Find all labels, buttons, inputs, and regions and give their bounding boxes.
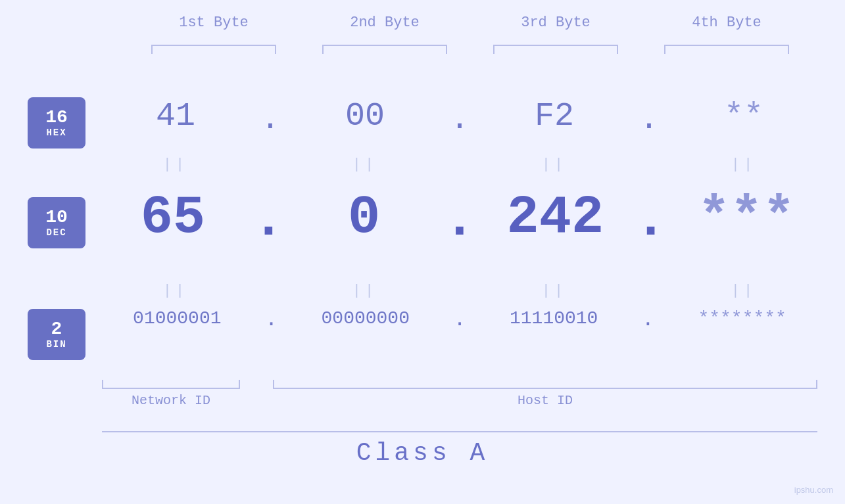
main-layout: 1st Byte 2nd Byte 3rd Byte 4th Byte 16 H… xyxy=(0,0,845,504)
dec-b3: 242 xyxy=(493,187,617,248)
bin-b2: 00000000 xyxy=(303,308,428,329)
bracket-bottom-network xyxy=(102,380,240,389)
equals-row-2: || || || || xyxy=(102,283,817,299)
host-id-label: Host ID xyxy=(273,393,817,408)
bracket-top-4 xyxy=(664,45,789,54)
eq1-b4: || xyxy=(681,156,806,173)
hex-dot-2: . xyxy=(450,101,470,138)
badge-hex: 16 HEX xyxy=(28,97,85,149)
equals-row-1: || || || || xyxy=(102,156,817,173)
class-line xyxy=(102,431,817,432)
badge-hex-label: HEX xyxy=(46,127,66,138)
dec-b4: *** xyxy=(684,187,809,248)
eq2-b1: || xyxy=(113,283,238,299)
col-header-2: 2nd Byte xyxy=(316,14,454,31)
eq1-b2: || xyxy=(302,156,427,173)
col-header-4: 4th Byte xyxy=(658,14,796,31)
hex-dot-3: . xyxy=(639,101,659,138)
dec-dot-2: . xyxy=(443,190,475,251)
eq2-b2: || xyxy=(302,283,427,299)
badge-dec: 10 DEC xyxy=(28,197,85,248)
badge-dec-number: 10 xyxy=(45,208,68,228)
bin-dot-2: . xyxy=(453,308,466,332)
hex-b1: 41 xyxy=(113,97,238,135)
col-header-1: 1st Byte xyxy=(145,14,283,31)
watermark: ipshu.com xyxy=(794,485,833,495)
dec-dot-3: . xyxy=(635,190,667,251)
bin-b4: ******** xyxy=(680,308,805,329)
class-label: Class A xyxy=(0,439,845,467)
id-labels: Network ID Host ID xyxy=(102,393,817,408)
badge-dec-label: DEC xyxy=(46,227,66,238)
col-header-3: 3rd Byte xyxy=(487,14,625,31)
bottom-brackets xyxy=(102,380,817,389)
eq1-b3: || xyxy=(492,156,617,173)
column-headers: 1st Byte 2nd Byte 3rd Byte 4th Byte xyxy=(128,14,812,31)
bin-b3: 11110010 xyxy=(491,308,616,329)
bin-dot-1: . xyxy=(265,308,278,332)
hex-row: 41 . 00 . F2 . ** xyxy=(102,97,817,135)
hex-b4: ** xyxy=(681,97,806,135)
bracket-bottom-host xyxy=(273,380,817,389)
hex-dot-1: . xyxy=(260,101,280,138)
dec-b1: 65 xyxy=(110,187,235,248)
hex-b2: 00 xyxy=(302,97,427,135)
bracket-top-3 xyxy=(493,45,618,54)
network-id-label: Network ID xyxy=(102,393,240,408)
bin-b1: 01000001 xyxy=(114,308,239,329)
badge-bin: 2 BIN xyxy=(28,309,85,360)
badge-bin-label: BIN xyxy=(46,339,66,350)
bin-row: 01000001 . 00000000 . 11110010 . *******… xyxy=(102,308,817,329)
dec-row: 65 . 0 . 242 . *** xyxy=(102,187,817,248)
eq2-b4: || xyxy=(681,283,806,299)
badge-hex-number: 16 xyxy=(45,108,68,128)
bracket-top-2 xyxy=(322,45,447,54)
dec-b2: 0 xyxy=(302,187,427,248)
eq2-b3: || xyxy=(492,283,617,299)
hex-b3: F2 xyxy=(492,97,617,135)
badge-bin-number: 2 xyxy=(51,319,62,340)
bracket-top-1 xyxy=(151,45,276,54)
top-brackets xyxy=(128,45,812,54)
bin-dot-3: . xyxy=(642,308,654,332)
eq1-b1: || xyxy=(113,156,238,173)
dec-dot-1: . xyxy=(253,190,285,251)
